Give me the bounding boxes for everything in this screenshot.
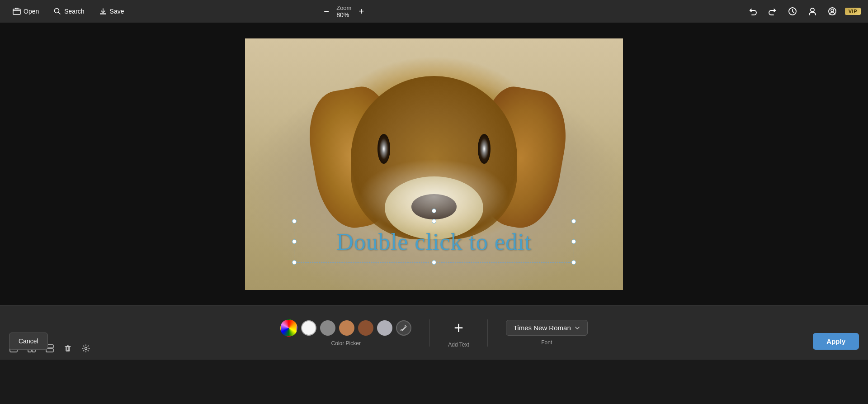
- chevron-down-icon: [575, 325, 580, 331]
- color-swatch-brown-dark[interactable]: [358, 320, 373, 336]
- color-swatch-white[interactable]: [301, 320, 316, 336]
- bottom-toolbar: Color Picker + Add Text Times New Roman …: [0, 305, 868, 360]
- zoom-out-button[interactable]: −: [320, 5, 333, 18]
- handle-bottom-left[interactable]: [292, 260, 297, 265]
- handle-rotate[interactable]: [432, 209, 436, 213]
- color-swatch-brown-light[interactable]: [339, 320, 354, 336]
- color-swatch-eyedropper[interactable]: [396, 320, 411, 336]
- dog-eye-left: [377, 134, 390, 164]
- add-text-button[interactable]: +: [449, 318, 469, 338]
- delete-button[interactable]: [60, 340, 76, 356]
- dog-eye-right: [478, 134, 491, 164]
- vip-badge: VIP: [845, 8, 861, 15]
- svg-point-4: [811, 8, 814, 12]
- svg-point-6: [831, 9, 834, 12]
- color-picker-label: Color Picker: [331, 340, 361, 347]
- settings-button[interactable]: [78, 340, 94, 356]
- zoom-label: Zoom: [336, 5, 351, 11]
- canvas-text-overlay[interactable]: Double click to edit: [294, 221, 574, 263]
- canvas-area: Double click to edit: [0, 23, 868, 305]
- divider-1: [429, 319, 430, 347]
- handle-middle-left[interactable]: [292, 239, 297, 244]
- add-text-label: Add Text: [448, 342, 469, 348]
- color-swatches: [280, 319, 411, 337]
- color-swatch-gray[interactable]: [320, 320, 335, 336]
- top-toolbar: Open Search Save − Zoom 80% +: [0, 0, 868, 23]
- redo-button[interactable]: [765, 4, 780, 19]
- zoom-control: − Zoom 80% +: [320, 5, 368, 19]
- open-label: Open: [24, 8, 39, 15]
- handle-bottom-center[interactable]: [432, 260, 436, 265]
- history-button[interactable]: [785, 4, 800, 19]
- canvas-text[interactable]: Double click to edit: [303, 228, 565, 255]
- toolbar-right: VIP: [745, 4, 861, 19]
- font-label: Font: [541, 339, 552, 346]
- svg-rect-2: [100, 13, 106, 14]
- open-button[interactable]: Open: [7, 5, 44, 18]
- font-value: Times New Roman: [514, 324, 571, 332]
- svg-rect-0: [13, 9, 20, 14]
- handle-top-left[interactable]: [292, 219, 297, 223]
- search-button[interactable]: Search: [48, 5, 90, 18]
- handle-top-center[interactable]: [432, 219, 436, 223]
- handle-middle-right[interactable]: [571, 239, 576, 244]
- zoom-value: 80%: [336, 11, 351, 19]
- save-label: Save: [110, 8, 124, 15]
- svg-point-14: [401, 329, 402, 331]
- handle-top-right[interactable]: [571, 219, 576, 223]
- search-icon: [53, 7, 61, 15]
- save-icon: [99, 7, 107, 15]
- apply-button[interactable]: Apply: [813, 333, 859, 350]
- handle-bottom-right[interactable]: [571, 260, 576, 265]
- divider-2: [487, 319, 488, 347]
- font-dropdown[interactable]: Times New Roman: [506, 320, 588, 336]
- add-text-section: + Add Text: [434, 318, 482, 348]
- font-section: Times New Roman Font: [492, 320, 601, 346]
- undo-button[interactable]: [745, 4, 760, 19]
- search-label: Search: [64, 8, 84, 15]
- profile-button[interactable]: [805, 4, 820, 19]
- color-swatch-rainbow[interactable]: [280, 319, 297, 337]
- svg-point-13: [85, 347, 87, 350]
- svg-rect-11: [46, 349, 53, 352]
- cancel-button[interactable]: Cancel: [9, 333, 48, 350]
- color-picker-section: Color Picker: [267, 319, 425, 347]
- open-icon: [13, 7, 21, 15]
- image-canvas: Double click to edit: [245, 38, 623, 290]
- zoom-in-button[interactable]: +: [355, 5, 368, 18]
- text-selection-box[interactable]: Double click to edit: [294, 221, 574, 263]
- save-button[interactable]: Save: [94, 5, 130, 18]
- color-swatch-silver[interactable]: [377, 320, 392, 336]
- account-button[interactable]: [825, 4, 840, 19]
